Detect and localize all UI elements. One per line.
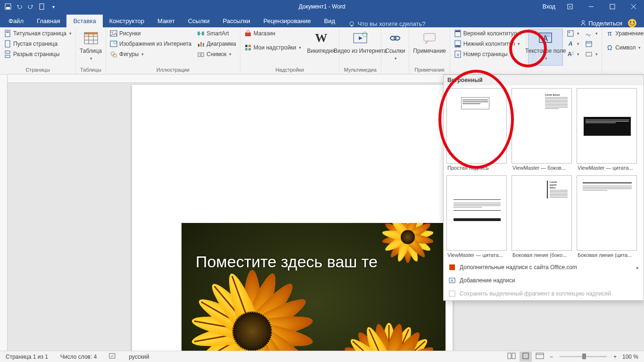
screenshot-button[interactable]: Снимок▾ — [195, 49, 238, 59]
tab-layout[interactable]: Макет — [151, 15, 182, 27]
drop-cap-button[interactable]: A▾ — [565, 49, 581, 59]
group-label-comments: Примечания — [411, 66, 447, 74]
datetime-button[interactable] — [583, 39, 600, 49]
tab-design[interactable]: Конструктор — [103, 15, 151, 27]
signature-icon — [585, 30, 593, 37]
symbol-button[interactable]: ΩСимвол▾ — [604, 43, 644, 52]
tab-insert[interactable]: Вставка — [66, 15, 102, 27]
view-read-mode[interactable] — [505, 352, 518, 362]
window-title: Документ1 - Word — [298, 3, 345, 10]
signature-button[interactable]: ▾ — [583, 29, 600, 38]
status-wordcount[interactable]: Число слов: 4 — [58, 353, 99, 361]
table-button[interactable]: Таблица▾ — [78, 29, 104, 66]
new-doc-button[interactable] — [37, 1, 47, 12]
smartart-button[interactable]: SmartArt — [195, 29, 238, 38]
textbox-button[interactable]: A Текстовое поле▾ — [528, 29, 563, 66]
close-button[interactable] — [623, 0, 644, 13]
zoom-level[interactable]: 100 % — [620, 353, 640, 361]
gallery-item-simple-textbox[interactable]: Простая надпись — [446, 88, 507, 171]
tab-review[interactable]: Рецензирование — [257, 15, 317, 27]
svg-point-43 — [394, 36, 400, 40]
view-print-layout[interactable] — [520, 352, 532, 362]
tab-references[interactable]: Ссылки — [182, 15, 216, 27]
zoom-in-button[interactable]: + — [611, 353, 619, 361]
inserted-image[interactable]: Поместите здесь ваш те — [182, 223, 446, 362]
blank-page-button[interactable]: Пустая страница — [2, 39, 74, 49]
equation-button[interactable]: πУравнение▾ — [604, 29, 644, 38]
tab-file[interactable]: Файл — [2, 15, 30, 27]
footer-button[interactable]: Нижний колонтитул▾ — [452, 39, 524, 49]
svg-rect-60 — [586, 41, 592, 47]
wordart-button[interactable]: A▾ — [565, 39, 581, 49]
cover-page-button[interactable]: Титульная страница▾ — [2, 29, 74, 38]
video-icon — [353, 31, 368, 46]
svg-rect-117 — [512, 353, 515, 359]
gallery-more-office[interactable]: Дополнительные надписи с сайта Office.co… — [444, 261, 644, 274]
svg-rect-55 — [568, 31, 573, 36]
online-pictures-button[interactable]: Изображения из Интернета — [108, 39, 193, 49]
sign-in-link[interactable]: Вход — [543, 3, 555, 10]
feedback-smiley-icon[interactable] — [628, 19, 636, 27]
save-button[interactable] — [3, 1, 13, 12]
status-page[interactable]: Страница 1 из 1 — [4, 353, 50, 361]
svg-point-25 — [114, 41, 116, 44]
gallery-item-viewmaster-quote[interactable]: ViewMaster — цитата... — [577, 88, 637, 171]
gallery-item-sideline-quote[interactable]: Боковая линия (цита... — [577, 175, 637, 258]
page-number-button[interactable]: #Номер страницы▾ — [452, 49, 524, 59]
quick-parts-button[interactable]: ▾ — [565, 29, 581, 38]
my-addins-button[interactable]: Мои надстройки▾ — [242, 43, 304, 52]
group-text: A Текстовое поле▾ ▾ A▾ A▾ ▾ ▾ — [526, 27, 602, 74]
maximize-button[interactable] — [602, 0, 623, 13]
tab-view[interactable]: Вид — [317, 15, 342, 27]
zoom-out-button[interactable]: − — [548, 353, 555, 361]
page-break-button[interactable]: Разрыв страницы — [2, 49, 74, 59]
gallery-section-header: Встроенный — [444, 75, 644, 85]
svg-point-26 — [111, 52, 115, 56]
vertical-ruler[interactable] — [0, 74, 8, 351]
blank-page-icon — [4, 40, 11, 48]
wikipedia-button[interactable]: W Википедия — [305, 29, 337, 66]
svg-rect-32 — [203, 43, 204, 47]
svg-rect-21 — [84, 33, 98, 34]
share-button[interactable]: Поделиться — [580, 20, 622, 27]
online-picture-icon — [110, 40, 117, 48]
gallery-item-sideline-side[interactable]: Loremipsumdolor Боковая линия (боко... — [512, 175, 572, 258]
svg-rect-35 — [245, 33, 251, 36]
minimize-button[interactable] — [580, 0, 602, 13]
view-web-layout[interactable] — [534, 352, 546, 362]
gallery-item-viewmaster-side[interactable]: Lorem ipsum ViewMaster — боков... — [512, 88, 572, 171]
group-pages: Титульная страница▾ Пустая страница Разр… — [0, 27, 76, 74]
status-spellcheck-icon[interactable] — [107, 352, 118, 362]
textbox-icon: A — [538, 31, 553, 46]
gallery-draw-textbox[interactable]: A Добавление надписи — [444, 274, 644, 287]
svg-point-8 — [350, 22, 354, 25]
group-addins: Магазин Мои надстройки▾ W Википедия Надс… — [240, 27, 339, 74]
object-button[interactable]: ▾ — [583, 49, 600, 59]
shapes-button[interactable]: Фигуры▾ — [108, 49, 193, 59]
tab-home[interactable]: Главная — [30, 15, 66, 27]
equation-icon: π — [606, 30, 613, 37]
comment-button[interactable]: Примечание — [411, 29, 447, 66]
qat-customize-button[interactable]: ▾ — [48, 1, 58, 12]
group-illustrations: Рисунки Изображения из Интернета Фигуры▾… — [106, 27, 240, 74]
ribbon-options-button[interactable] — [559, 0, 580, 13]
svg-text:#: # — [457, 53, 459, 57]
links-button[interactable]: Ссылки▾ — [383, 29, 407, 66]
draw-textbox-icon: A — [448, 277, 456, 284]
online-video-button[interactable]: Видео из Интернета — [341, 29, 379, 66]
pictures-button[interactable]: Рисунки — [108, 29, 193, 38]
footer-icon — [454, 40, 462, 48]
tab-mailings[interactable]: Рассылки — [216, 15, 256, 27]
store-button[interactable]: Магазин — [242, 29, 304, 38]
undo-button[interactable] — [14, 1, 25, 12]
svg-text:A: A — [543, 34, 548, 42]
redo-button[interactable] — [25, 1, 36, 12]
chart-button[interactable]: Диаграмма — [195, 39, 238, 49]
zoom-slider[interactable] — [560, 356, 607, 357]
tell-me-search[interactable]: Что вы хотите сделать? — [342, 20, 580, 27]
gallery-item-viewmaster-quote2[interactable]: ViewMaster — цитата... — [446, 175, 507, 258]
header-button[interactable]: Верхний колонтитул▾ — [452, 29, 524, 38]
status-language[interactable]: русский — [127, 353, 151, 361]
screenshot-icon — [197, 50, 205, 58]
textbox-placeholder-text[interactable]: Поместите здесь ваш те — [196, 253, 378, 271]
